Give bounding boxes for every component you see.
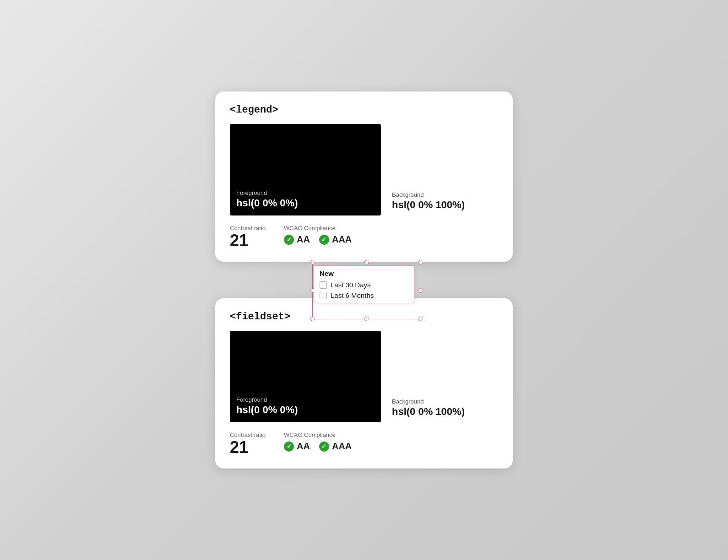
legend-color-preview: Foreground hsl(0 0% 0%) <box>230 124 381 215</box>
dropdown-item-1-label: Last 6 Months <box>331 291 374 299</box>
fieldset-card: <fieldset> Foreground hsl(0 0% 0%) Backg… <box>215 298 513 468</box>
legend-wcag-badges: AA AAA <box>284 234 352 245</box>
fieldset-metrics-row: Contrast ratio 21 WCAG Compliance AA AAA <box>230 431 498 456</box>
legend-card-title: <legend> <box>230 104 498 116</box>
legend-fg-label: Foreground <box>236 189 298 196</box>
legend-card: <legend> Foreground hsl(0 0% 0%) Backgro… <box>215 92 513 262</box>
fieldset-aaa-label: AAA <box>332 441 352 452</box>
fieldset-wcag-group: WCAG Compliance AA AAA <box>284 431 352 452</box>
dropdown-item-0[interactable]: Last 30 Days <box>320 281 408 289</box>
fieldset-card-title: <fieldset> <box>230 311 498 323</box>
dropdown-popup[interactable]: New Last 30 Days Last 6 Months <box>314 265 414 303</box>
legend-wcag-label: WCAG Compliance <box>284 225 352 232</box>
checkbox-last-6-months[interactable] <box>320 292 327 299</box>
legend-aa-check-icon <box>284 235 294 245</box>
dropdown-item-1[interactable]: Last 6 Months <box>320 291 408 299</box>
fieldset-fg-label: Foreground <box>236 396 298 403</box>
legend-aa-label: AA <box>297 234 310 245</box>
fieldset-contrast-group: Contrast ratio 21 <box>230 431 266 456</box>
fieldset-contrast-label: Contrast ratio <box>230 431 266 438</box>
legend-wcag-aa: AA <box>284 234 310 245</box>
checkbox-last-30-days[interactable] <box>320 281 327 289</box>
legend-contrast-label: Contrast ratio <box>230 225 266 232</box>
fieldset-aaa-check-icon <box>319 442 329 452</box>
fieldset-preview-section: Foreground hsl(0 0% 0%) Background hsl(0… <box>230 331 498 422</box>
legend-fg-value: hsl(0 0% 0%) <box>236 197 298 209</box>
fieldset-fg-value: hsl(0 0% 0%) <box>236 404 298 416</box>
handle-mid-right[interactable] <box>418 288 423 293</box>
dropdown-title: New <box>320 269 408 277</box>
legend-metrics-row: Contrast ratio 21 WCAG Compliance AA AAA <box>230 225 498 249</box>
fieldset-wcag-aa: AA <box>284 441 310 452</box>
legend-aaa-check-icon <box>319 235 329 245</box>
fieldset-color-preview: Foreground hsl(0 0% 0%) <box>230 331 381 422</box>
fieldset-bg-value: hsl(0 0% 100%) <box>392 406 465 418</box>
fieldset-aa-check-icon <box>284 442 294 452</box>
fieldset-wcag-badges: AA AAA <box>284 441 352 452</box>
fieldset-background-group: Background hsl(0 0% 100%) <box>392 398 465 422</box>
fieldset-foreground-labels: Foreground hsl(0 0% 0%) <box>236 396 298 416</box>
fieldset-wcag-label: WCAG Compliance <box>284 431 352 438</box>
legend-bg-label: Background <box>392 191 465 198</box>
dropdown-item-0-label: Last 30 Days <box>331 281 371 289</box>
fieldset-aa-label: AA <box>297 441 310 452</box>
legend-foreground-labels: Foreground hsl(0 0% 0%) <box>236 189 298 209</box>
legend-background-group: Background hsl(0 0% 100%) <box>392 191 465 215</box>
legend-contrast-value: 21 <box>230 232 266 249</box>
fieldset-contrast-value: 21 <box>230 439 266 456</box>
legend-wcag-group: WCAG Compliance AA AAA <box>284 225 352 245</box>
fieldset-wcag-aaa: AAA <box>319 441 352 452</box>
legend-preview-section: Foreground hsl(0 0% 0%) Background hsl(0… <box>230 124 498 215</box>
cards-container: <legend> Foreground hsl(0 0% 0%) Backgro… <box>215 92 513 468</box>
legend-aaa-label: AAA <box>332 234 352 245</box>
fieldset-bg-label: Background <box>392 398 465 405</box>
legend-wcag-aaa: AAA <box>319 234 352 245</box>
legend-contrast-group: Contrast ratio 21 <box>230 225 266 249</box>
legend-bg-value: hsl(0 0% 100%) <box>392 199 465 211</box>
